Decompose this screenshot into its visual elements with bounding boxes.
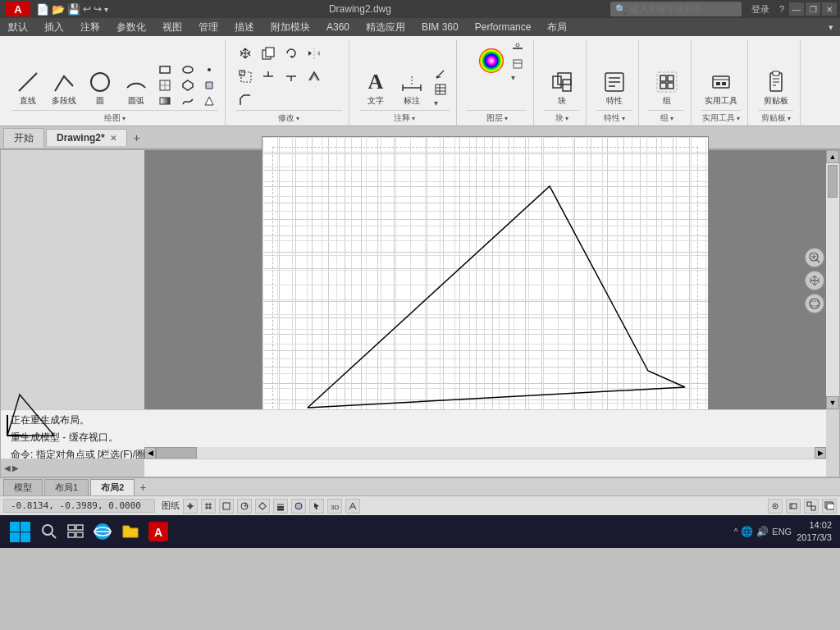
menu-item-annotate[interactable]: 注释	[72, 18, 108, 36]
customize-icon[interactable]: ▾	[104, 5, 108, 14]
menu-item-insert[interactable]: 插入	[36, 18, 72, 36]
new-icon[interactable]: 📄	[36, 3, 49, 16]
annotate-text-btn[interactable]: A 文字	[359, 67, 392, 108]
menu-item-performance[interactable]: Performance	[467, 18, 540, 36]
draw-region-btn[interactable]	[200, 78, 218, 93]
draw-point-btn[interactable]	[200, 62, 218, 77]
scroll-right-btn[interactable]: ▶	[815, 447, 826, 459]
doc-tab-start[interactable]: 开始	[3, 128, 44, 148]
modify-dropdown-icon[interactable]: ▾	[296, 115, 299, 122]
ie-taskbar-btn[interactable]	[90, 519, 115, 544]
utilities-dropdown-icon[interactable]: ▾	[737, 115, 740, 122]
autocad-taskbar-btn[interactable]: A	[146, 519, 171, 544]
properties-btn[interactable]: 特性	[598, 67, 631, 108]
annotate-more-btn[interactable]: ▾	[431, 98, 450, 108]
menu-item-layout[interactable]: 布局	[539, 18, 575, 36]
group-dropdown-icon[interactable]: ▾	[670, 115, 673, 122]
draw-polyline-btn[interactable]: 多段线	[48, 67, 80, 108]
orbit-btn[interactable]	[805, 294, 824, 313]
draw-spline-btn[interactable]	[179, 94, 197, 108]
annotate-leader-btn[interactable]	[431, 66, 450, 81]
draw-wipeout-btn[interactable]	[200, 94, 218, 108]
menu-item-parametric[interactable]: 参数化	[108, 18, 154, 36]
modify-copy-btn[interactable]	[258, 45, 278, 62]
status-polar-btn[interactable]	[237, 499, 252, 514]
props-dropdown-icon[interactable]: ▾	[622, 115, 625, 122]
sys-tray-expand-btn[interactable]: ^	[734, 527, 738, 536]
layer-dropdown-icon[interactable]: ▾	[504, 115, 508, 122]
draw-line-btn[interactable]: 直线	[11, 67, 44, 108]
clipboard-btn[interactable]: 剪贴板	[760, 67, 792, 108]
save-icon[interactable]: 💾	[67, 3, 80, 16]
taskbar-clock[interactable]: 14:02 2017/3/3	[797, 519, 835, 545]
menu-item-addons[interactable]: 附加模块	[262, 18, 318, 36]
layer-match-btn[interactable]	[509, 41, 527, 56]
vertical-scrollbar[interactable]: ▲ ▼	[826, 150, 839, 409]
menu-item-bim360[interactable]: BIM 360	[413, 18, 467, 36]
draw-gradient-btn[interactable]	[156, 94, 176, 108]
doc-tab-close-icon[interactable]: ✕	[110, 134, 116, 143]
status-transparency-btn[interactable]	[291, 499, 306, 514]
search-taskbar-btn[interactable]	[38, 520, 61, 543]
search-bar[interactable]: 🔍	[610, 2, 742, 16]
volume-icon[interactable]: 🔊	[756, 526, 769, 537]
layout-tab-layout1[interactable]: 布局1	[44, 479, 89, 495]
draw-dropdown-icon[interactable]: ▾	[122, 115, 126, 122]
menu-item-manage[interactable]: 管理	[190, 18, 226, 36]
status-select-btn[interactable]	[309, 499, 324, 514]
draw-rect-btn[interactable]	[156, 62, 176, 77]
taskview-taskbar-btn[interactable]	[64, 520, 87, 543]
draw-polygon-btn[interactable]	[179, 78, 197, 93]
scroll-layout-right-btn[interactable]: ▶	[12, 463, 19, 472]
undo-icon[interactable]: ↩	[83, 3, 91, 15]
status-snap-btn[interactable]	[183, 499, 198, 514]
h-scroll-thumb[interactable]	[156, 447, 197, 459]
search-input[interactable]	[630, 4, 737, 14]
menu-item-describe[interactable]: 描述	[226, 18, 262, 36]
annotate-table-btn[interactable]	[431, 82, 450, 97]
modify-trim-btn[interactable]	[258, 68, 278, 84]
block-btn[interactable]: 块	[546, 67, 578, 108]
status-anno-scale-btn[interactable]	[804, 499, 819, 514]
layout-tab-layout2[interactable]: 布局2	[90, 479, 135, 495]
doc-tab-drawing2[interactable]: Drawing2* ✕	[46, 129, 127, 146]
status-ortho-btn[interactable]	[219, 499, 234, 514]
menu-item-view[interactable]: 视图	[154, 18, 190, 36]
cmd-input-field[interactable]	[33, 463, 826, 474]
modify-move-btn[interactable]	[235, 45, 255, 62]
layer-dropdown-btn[interactable]: ▾	[509, 72, 527, 83]
modify-scale-btn[interactable]	[235, 68, 255, 84]
lang-indicator[interactable]: ENG	[772, 527, 792, 536]
zoom-btn[interactable]	[805, 248, 824, 267]
draw-ellipse-btn[interactable]	[179, 62, 197, 77]
network-icon[interactable]: 🌐	[741, 526, 753, 537]
scroll-down-btn[interactable]: ▼	[826, 396, 839, 409]
status-switch-windows-btn[interactable]	[822, 499, 837, 514]
menu-expand-icon[interactable]: ▾	[829, 22, 833, 33]
status-osnap-btn[interactable]	[255, 499, 270, 514]
status-lineweight-btn[interactable]	[273, 499, 288, 514]
utilities-btn[interactable]: 实用工具	[701, 67, 741, 108]
win-close-btn[interactable]: ✕	[822, 2, 837, 16]
scroll-thumb[interactable]	[828, 165, 838, 198]
status-model-space-btn[interactable]	[786, 499, 801, 514]
draw-hatch-btn[interactable]	[156, 78, 176, 93]
win-restore-btn[interactable]: ❐	[806, 2, 820, 16]
help-icon[interactable]: ?	[776, 4, 788, 14]
modify-mirror-btn[interactable]	[304, 45, 324, 62]
clipboard-dropdown-icon[interactable]: ▾	[788, 115, 791, 122]
status-workspace-btn[interactable]	[768, 499, 783, 514]
scroll-left-btn[interactable]: ◀	[144, 447, 156, 459]
modify-chamfer-btn[interactable]	[235, 92, 255, 108]
modify-rotate-btn[interactable]	[281, 45, 301, 62]
annotate-dimension-btn[interactable]: 标注	[395, 67, 428, 108]
modify-offset-btn[interactable]	[304, 68, 324, 84]
start-button[interactable]	[5, 517, 34, 546]
layout-tab-model[interactable]: 模型	[3, 479, 43, 495]
modify-extend-btn[interactable]	[281, 68, 301, 84]
menu-item-default[interactable]: 默认	[0, 18, 36, 36]
user-login[interactable]: 登录	[751, 3, 769, 16]
status-grid-btn[interactable]	[201, 499, 216, 514]
doc-tab-add-btn[interactable]: +	[129, 130, 145, 146]
layer-palette-btn[interactable]	[477, 47, 505, 77]
